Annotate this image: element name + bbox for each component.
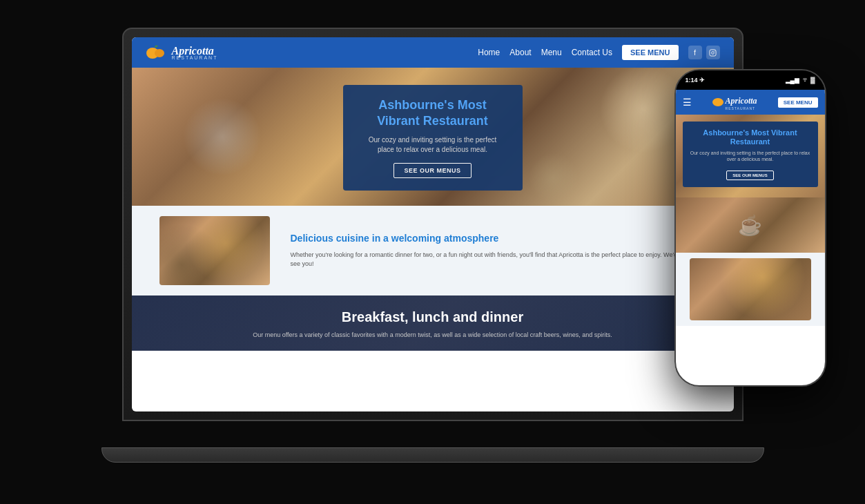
site-logo: Apricotta RESTAURANT bbox=[146, 45, 218, 60]
middle-section-title: Delicious cuisine in a welcoming atmosph… bbox=[291, 232, 706, 244]
svg-point-3 bbox=[712, 51, 715, 54]
phone-hero-overlay: Ashbourne's Most Vibrant Restaurant Our … bbox=[683, 122, 818, 187]
nav-social: f bbox=[688, 46, 720, 59]
nav-menu[interactable]: Menu bbox=[541, 48, 562, 57]
phone-status-bar: 1:14 ✈ ▂▄▆ ▓ bbox=[676, 70, 825, 90]
phone-coffee-image bbox=[676, 197, 825, 253]
hero-overlay: Ashbourne's Most Vibrant Restaurant Our … bbox=[343, 85, 523, 191]
hero-title: Ashbourne's Most Vibrant Restaurant bbox=[362, 97, 503, 130]
bottom-title: Breakfast, lunch and dinner bbox=[159, 309, 706, 325]
laptop-screen: Apricotta RESTAURANT Home About Menu Con… bbox=[132, 37, 734, 411]
phone-nav: ☰ Apricotta RESTAURANT SEE MENU bbox=[676, 90, 825, 115]
apricot-icon bbox=[146, 45, 165, 60]
phone-time: 1:14 ✈ bbox=[686, 77, 706, 84]
logo-brand: Apricotta RESTAURANT bbox=[172, 46, 218, 60]
phone-notch-pill bbox=[726, 75, 775, 86]
restaurant-interior-image bbox=[159, 216, 270, 285]
nav-links: Home About Menu Contact Us SEE MENU f bbox=[478, 45, 719, 60]
phone-signal-status: ▂▄▆ ▓ bbox=[786, 77, 815, 84]
laptop-shell: Apricotta RESTAURANT Home About Menu Con… bbox=[122, 28, 743, 476]
svg-point-4 bbox=[714, 50, 715, 51]
phone-screen: ☰ Apricotta RESTAURANT SEE MENU Ashbourn… bbox=[676, 90, 825, 385]
laptop-body: Apricotta RESTAURANT Home About Menu Con… bbox=[122, 28, 743, 421]
nav-see-menu-button[interactable]: SEE MENU bbox=[622, 45, 678, 60]
site-bottom-section: Breakfast, lunch and dinner Our menu off… bbox=[132, 295, 734, 351]
phone-logo-icon bbox=[712, 98, 723, 106]
site-middle-section: Delicious cuisine in a welcoming atmosph… bbox=[132, 206, 734, 295]
phone-see-menu-button[interactable]: SEE MENU bbox=[778, 97, 818, 108]
site-nav: Apricotta RESTAURANT Home About Menu Con… bbox=[132, 37, 734, 68]
svg-rect-2 bbox=[710, 49, 716, 55]
wifi-icon bbox=[801, 77, 808, 84]
phone-logo-text: Apricotta bbox=[726, 96, 757, 106]
site-hero: Ashbourne's Most Vibrant Restaurant Our … bbox=[132, 68, 734, 206]
middle-description: Whether you're looking for a romantic di… bbox=[291, 251, 706, 269]
phone-hero-cta-button[interactable]: SEE OUR MENUS bbox=[726, 171, 773, 180]
laptop-base bbox=[101, 447, 764, 463]
logo-sub-text: RESTAURANT bbox=[172, 55, 218, 60]
phone-shell: 1:14 ✈ ▂▄▆ ▓ bbox=[674, 69, 826, 387]
nav-contact[interactable]: Contact Us bbox=[572, 48, 612, 57]
svg-point-5 bbox=[804, 81, 806, 82]
phone-hero-subtitle: Our cozy and inviting setting is the per… bbox=[690, 150, 811, 162]
facebook-icon[interactable]: f bbox=[688, 46, 702, 59]
phone-hamburger-icon[interactable]: ☰ bbox=[683, 97, 692, 108]
battery-icon: ▓ bbox=[810, 77, 815, 84]
phone-middle-section bbox=[676, 253, 825, 326]
middle-text-block: Delicious cuisine in a welcoming atmosph… bbox=[291, 232, 706, 269]
hero-cta-button[interactable]: SEE OUR MENUS bbox=[393, 163, 471, 178]
bottom-description: Our menu offers a variety of classic fav… bbox=[159, 331, 706, 340]
nav-about[interactable]: About bbox=[509, 48, 531, 57]
phone-restaurant-image bbox=[690, 258, 811, 320]
phone-hero: Ashbourne's Most Vibrant Restaurant Our … bbox=[676, 115, 825, 197]
nav-home[interactable]: Home bbox=[478, 48, 500, 57]
instagram-icon[interactable] bbox=[706, 46, 720, 59]
signal-bars: ▂▄▆ bbox=[786, 77, 799, 84]
device-wrapper: Apricotta RESTAURANT Home About Menu Con… bbox=[101, 28, 764, 476]
svg-point-1 bbox=[155, 49, 164, 57]
phone-logo-text-block: Apricotta RESTAURANT bbox=[726, 94, 757, 110]
phone-hero-title: Ashbourne's Most Vibrant Restaurant bbox=[690, 128, 811, 146]
hero-subtitle: Our cozy and inviting setting is the per… bbox=[362, 135, 503, 155]
phone-logo-sub: RESTAURANT bbox=[726, 106, 757, 110]
phone-logo-group: Apricotta RESTAURANT bbox=[712, 94, 757, 110]
